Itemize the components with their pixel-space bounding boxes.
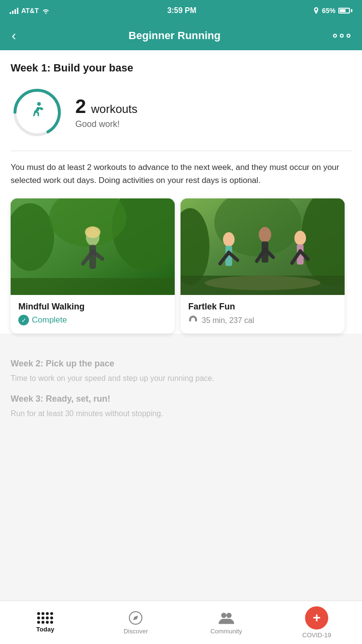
signal-icon: [10, 7, 18, 14]
card-body-walking: Mindful Walking ✓ Complete: [11, 295, 175, 333]
complete-badge: ✓ Complete: [18, 315, 167, 325]
today-icon: [37, 612, 53, 624]
status-left: AT&T: [10, 7, 50, 14]
page-title: Beginner Running: [128, 29, 221, 42]
nav-today[interactable]: Today: [0, 607, 91, 638]
week2-desc: Time to work on your speed and step up y…: [11, 373, 351, 384]
mindful-walking-card[interactable]: Mindful Walking ✓ Complete: [11, 198, 175, 334]
card-title-walking: Mindful Walking: [18, 302, 167, 312]
week3-section: Week 3: Ready, set, run! Run for at leas…: [11, 394, 351, 420]
nav-discover-label: Discover: [124, 628, 148, 635]
dot-3: [347, 34, 350, 38]
community-icon: [218, 610, 235, 626]
walking-image: [11, 198, 175, 295]
status-right: 65%: [313, 7, 352, 14]
dot-2: [340, 34, 344, 38]
lower-content: Week 2: Pick up the pace Time to work on…: [0, 345, 362, 477]
bottom-nav: Today Discover Community + COVID-19: [0, 601, 362, 644]
week2-title: Week 2: Pick up the pace: [11, 359, 351, 369]
week-title: Week 1: Build your base: [11, 62, 351, 74]
workouts-count-line: 2 workouts: [75, 96, 138, 117]
svg-point-34: [226, 613, 232, 618]
headphone-icon: [188, 315, 198, 326]
fartlek-fun-card[interactable]: Fartlek Fun 35 min, 237 cal: [181, 198, 345, 334]
location-icon: [313, 7, 319, 14]
nav-discover[interactable]: Discover: [91, 605, 181, 640]
workouts-label: workouts: [91, 102, 138, 115]
week3-title: Week 3: Ready, set, run!: [11, 394, 351, 404]
runner-icon: [28, 101, 46, 124]
svg-point-11: [85, 226, 100, 238]
workout-cards: Mindful Walking ✓ Complete: [0, 198, 362, 334]
nav-covid-label: COVID-19: [302, 631, 331, 639]
progress-subtitle: Good work!: [75, 119, 138, 129]
app-header: ‹ Beginner Running: [0, 21, 362, 50]
svg-point-30: [205, 276, 320, 290]
nav-community[interactable]: Community: [181, 605, 272, 640]
progress-text: 2 workouts Good work!: [75, 96, 138, 129]
card-body-fartlek: Fartlek Fun 35 min, 237 cal: [181, 295, 345, 334]
carrier-label: AT&T: [21, 7, 39, 14]
svg-point-25: [294, 231, 306, 245]
battery-label: 65%: [322, 7, 335, 14]
back-button[interactable]: ‹: [12, 28, 16, 43]
nav-community-label: Community: [210, 628, 242, 635]
card-title-fartlek: Fartlek Fun: [188, 302, 337, 312]
more-options-button[interactable]: [333, 34, 350, 38]
svg-point-17: [223, 232, 235, 247]
svg-point-2: [37, 102, 41, 106]
status-time: 3:59 PM: [167, 6, 196, 15]
progress-section: 2 workouts Good work!: [11, 86, 351, 139]
discover-icon: [128, 610, 143, 626]
battery-icon: [338, 8, 352, 14]
svg-point-21: [259, 227, 271, 242]
workouts-count: 2: [75, 96, 86, 117]
week2-section: Week 2: Pick up the pace Time to work on…: [11, 359, 351, 384]
checkmark-icon: ✓: [18, 315, 29, 325]
complete-label: Complete: [32, 315, 67, 325]
week-description: You must do at least 2 workouts to advan…: [11, 161, 351, 187]
nav-covid[interactable]: + COVID-19: [272, 602, 362, 644]
running-image: [181, 198, 345, 295]
svg-marker-32: [133, 616, 138, 620]
progress-circle: [11, 86, 64, 139]
wifi-icon: [42, 7, 50, 14]
main-content: Week 1: Build your base 2 workouts: [0, 50, 362, 334]
nav-today-label: Today: [36, 626, 54, 633]
status-bar: AT&T 3:59 PM 65%: [0, 0, 362, 21]
svg-rect-12: [11, 278, 175, 295]
card-meta-fartlek: 35 min, 237 cal: [188, 315, 337, 326]
covid-icon: +: [305, 606, 328, 630]
dot-1: [333, 34, 337, 38]
running-illustration: [181, 198, 345, 295]
fartlek-meta: 35 min, 237 cal: [202, 316, 254, 325]
divider: [11, 151, 351, 151]
week3-desc: Run for at least 30 minutes without stop…: [11, 408, 351, 420]
walking-illustration: [11, 198, 175, 295]
svg-point-33: [221, 613, 226, 618]
